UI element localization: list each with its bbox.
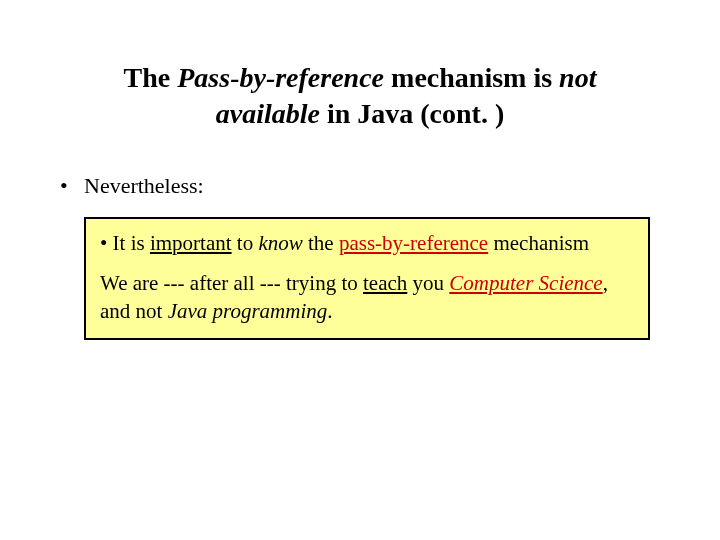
p2-f: Java programming xyxy=(168,299,328,323)
p2-b: teach xyxy=(363,271,407,295)
title-text-3: mechanism is xyxy=(384,62,559,93)
bullet-dot-icon: • xyxy=(60,173,84,199)
p1-b: important xyxy=(150,231,232,255)
p2-d: Computer Science xyxy=(449,271,602,295)
box-paragraph-1: • It is important to know the pass-by-re… xyxy=(100,229,634,257)
title-text-1: The xyxy=(124,62,178,93)
p1-c: to xyxy=(232,231,259,255)
highlight-box: • It is important to know the pass-by-re… xyxy=(84,217,650,340)
box-paragraph-2: We are --- after all --- trying to teach… xyxy=(100,269,634,326)
bullet-text: Nevertheless: xyxy=(84,173,204,198)
title-text-5: in Java (cont. ) xyxy=(320,98,504,129)
p2-c: you xyxy=(407,271,449,295)
p1-a: • It is xyxy=(100,231,150,255)
title-text-2: Pass-by-reference xyxy=(177,62,384,93)
slide: The Pass-by-reference mechanism is not a… xyxy=(0,0,720,540)
p1-d: know xyxy=(258,231,302,255)
p2-g: . xyxy=(327,299,332,323)
slide-title: The Pass-by-reference mechanism is not a… xyxy=(50,60,670,133)
p2-a: We are --- after all --- trying to xyxy=(100,271,363,295)
bullet-nevertheless: •Nevertheless: xyxy=(50,173,670,199)
p1-e: the xyxy=(303,231,339,255)
p1-f: pass-by-reference xyxy=(339,231,488,255)
p1-g: mechanism xyxy=(488,231,589,255)
